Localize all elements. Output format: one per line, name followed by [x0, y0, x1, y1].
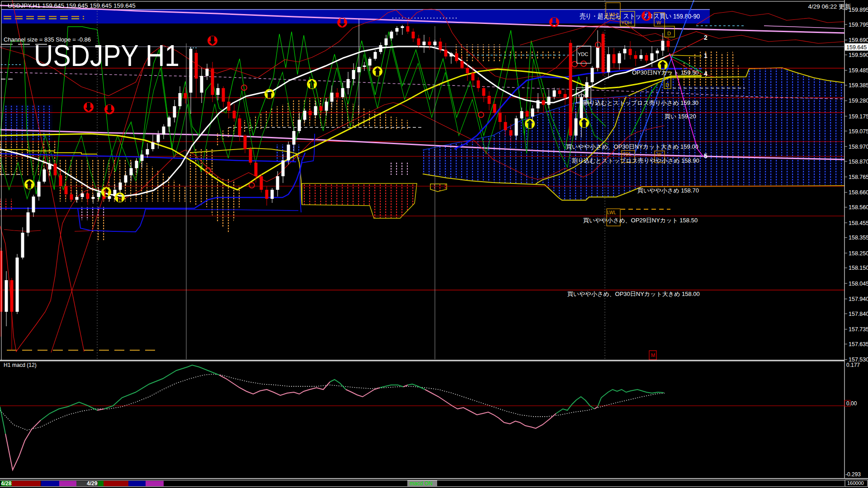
svg-text:4/29: 4/29 — [87, 480, 98, 487]
svg-text:買いやや小さめ、OP30日NYカット大きめ 158.00: 買いやや小さめ、OP30日NYカット大きめ 158.00 — [567, 291, 700, 297]
svg-text:OP30日NYカット 159.50: OP30日NYカット 159.50 — [632, 69, 699, 76]
svg-text:5: 5 — [704, 152, 708, 160]
svg-text:158.870: 158.870 — [849, 159, 868, 165]
svg-text:157.735: 157.735 — [849, 326, 868, 333]
svg-text:D: D — [667, 31, 671, 36]
svg-text:LWL: LWL — [607, 210, 616, 215]
svg-text:LWH: LWH — [607, 12, 618, 17]
svg-text:158.765: 158.765 — [849, 174, 868, 180]
svg-text:159.895: 159.895 — [849, 7, 868, 13]
svg-text:1: 1 — [704, 52, 708, 59]
svg-text:YDC: YDC — [578, 52, 588, 57]
svg-text:159.075: 159.075 — [849, 128, 868, 135]
svg-text:157.940: 157.940 — [849, 296, 868, 302]
svg-text:W: W — [656, 20, 661, 25]
svg-text:160000: 160000 — [847, 480, 864, 486]
svg-text:割り込むとストップロス売りやや小さめ 158.90: 割り込むとストップロス売りやや小さめ 158.90 — [572, 157, 699, 164]
svg-text:割り込むとストップロス売り小さめ 159.30: 割り込むとストップロス売り小さめ 159.30 — [583, 99, 698, 106]
svg-text:158.150: 158.150 — [849, 265, 868, 271]
svg-text:159.385: 159.385 — [849, 82, 868, 89]
svg-text:158.660: 158.660 — [849, 189, 868, 196]
svg-text:159.690: 159.690 — [849, 37, 868, 43]
svg-text:USDJPY,H1 159.645 159.645 159: USDJPY,H1 159.645 159.645 159.645 159.64… — [8, 2, 136, 9]
svg-text:2: 2 — [704, 34, 708, 41]
svg-text:macd ON: macd ON — [410, 480, 433, 487]
svg-text:159.645: 159.645 — [846, 44, 867, 51]
svg-text:買いやや小さめ 158.70: 買いやや小さめ 158.70 — [637, 187, 699, 194]
svg-text:157.635: 157.635 — [849, 341, 868, 347]
svg-text:159.280: 159.280 — [849, 98, 868, 104]
svg-text:158.455: 158.455 — [849, 220, 868, 226]
svg-text:YDH: YDH — [621, 20, 632, 25]
svg-text:0.00: 0.00 — [846, 400, 857, 407]
svg-text:4: 4 — [704, 70, 708, 77]
svg-text:YDL: YDL — [623, 152, 632, 157]
svg-text:買い 159.20: 買い 159.20 — [665, 113, 696, 120]
svg-text:USDJPY H1: USDJPY H1 — [34, 39, 179, 72]
svg-text:159.175: 159.175 — [849, 113, 868, 120]
svg-text:158.355: 158.355 — [849, 235, 868, 241]
svg-text:W: W — [657, 152, 661, 157]
svg-text:158.970: 158.970 — [849, 144, 868, 150]
svg-text:YDO: YDO — [577, 93, 588, 99]
svg-text:159.795: 159.795 — [849, 22, 868, 28]
svg-text:買いやや小さめ、OP30日NYカット大きめ 159.00: 買いやや小さめ、OP30日NYカット大きめ 159.00 — [566, 143, 698, 150]
svg-text:157.840: 157.840 — [849, 311, 868, 317]
svg-text:158.045: 158.045 — [849, 281, 868, 287]
svg-text:159.590: 159.590 — [849, 52, 868, 58]
svg-text:159.485: 159.485 — [849, 67, 868, 74]
svg-text:D: D — [665, 82, 669, 88]
svg-text:H1 macd (12): H1 macd (12) — [4, 362, 37, 368]
svg-text:4/28: 4/28 — [1, 480, 12, 487]
svg-text:M: M — [651, 352, 655, 358]
svg-text:158.250: 158.250 — [849, 250, 868, 257]
svg-text:売り・超えたら ストップロス買い 159.80-90: 売り・超えたら ストップロス買い 159.80-90 — [580, 12, 700, 20]
svg-text:-0.293: -0.293 — [845, 471, 861, 478]
svg-text:買いやや小さめ、OP29日NYカット 158.50: 買いやや小さめ、OP29日NYカット 158.50 — [583, 217, 698, 224]
svg-text:0.177: 0.177 — [846, 362, 860, 368]
svg-text:158.560: 158.560 — [849, 204, 868, 211]
